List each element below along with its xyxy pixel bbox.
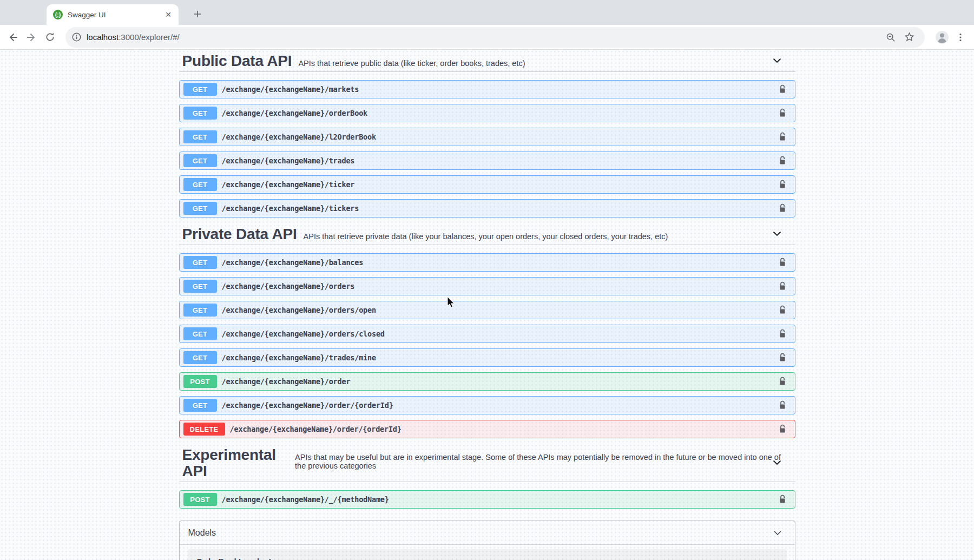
forward-icon — [26, 32, 37, 43]
chevron-down-icon[interactable] — [772, 55, 782, 66]
endpoint-row[interactable]: GET /exchange/{exchangeName}/orders/clos… — [179, 325, 795, 343]
endpoint-row[interactable]: GET /exchange/{exchangeName}/orderBook — [179, 104, 795, 122]
endpoint-path: /exchange/{exchangeName}/order/{orderId} — [230, 425, 402, 433]
auth-lock-button[interactable] — [777, 328, 788, 340]
auth-lock-button[interactable] — [777, 202, 788, 214]
forward-button[interactable] — [22, 28, 41, 47]
models-header[interactable]: Models — [180, 521, 795, 545]
auth-lock-button[interactable] — [777, 280, 788, 292]
auth-lock-button[interactable] — [777, 304, 788, 316]
model-expand-button[interactable] — [268, 558, 274, 560]
bookmark-button[interactable] — [900, 28, 918, 47]
auth-lock-button[interactable] — [777, 83, 788, 95]
method-badge: GET — [183, 327, 217, 340]
new-tab-button[interactable] — [190, 7, 205, 21]
method-badge: GET — [183, 351, 217, 364]
endpoint-path: /exchange/{exchangeName}/l2OrderBook — [222, 133, 376, 141]
endpoint-row[interactable]: DELETE /exchange/{exchangeName}/order/{o… — [179, 420, 795, 438]
auth-lock-button[interactable] — [777, 352, 788, 364]
endpoint-row[interactable]: POST /exchange/{exchangeName}/_/{methodN… — [179, 490, 795, 509]
endpoint-row[interactable]: GET /exchange/{exchangeName}/markets — [179, 80, 795, 98]
method-badge: GET — [183, 304, 217, 317]
unlocked-padlock-icon — [779, 305, 786, 315]
endpoint-row[interactable]: POST /exchange/{exchangeName}/order — [179, 372, 795, 391]
back-button[interactable] — [4, 28, 22, 47]
unlocked-padlock-icon — [779, 108, 786, 118]
model-item-inner: OrderBookLevel — [196, 556, 274, 560]
endpoint-row[interactable]: GET /exchange/{exchangeName}/orders/open — [179, 301, 795, 319]
chevron-down-icon[interactable] — [772, 228, 782, 239]
unlocked-padlock-icon — [779, 84, 786, 94]
endpoint-path: /exchange/{exchangeName}/ticker — [222, 180, 355, 189]
auth-lock-button[interactable] — [777, 179, 788, 190]
api-sections: Public Data API APIs that retrieve publi… — [179, 50, 795, 509]
endpoint-row[interactable]: GET /exchange/{exchangeName}/tickers — [179, 199, 795, 218]
endpoint-row[interactable]: GET /exchange/{exchangeName}/trades — [179, 151, 795, 170]
auth-lock-button[interactable] — [777, 423, 788, 435]
avatar-icon — [935, 30, 949, 44]
url-text: localhost:3000/explorer/#/ — [87, 32, 180, 42]
page-info-icon[interactable] — [72, 32, 81, 42]
auth-lock-button[interactable] — [777, 107, 788, 119]
method-badge: GET — [183, 280, 217, 293]
swagger-wrapper: Public Data API APIs that retrieve publi… — [179, 50, 795, 560]
plus-icon — [194, 10, 201, 18]
unlocked-padlock-icon — [779, 156, 786, 166]
unlocked-padlock-icon — [779, 400, 786, 410]
browser-toolbar: localhost:3000/explorer/#/ — [0, 25, 974, 50]
endpoint-row[interactable]: GET /exchange/{exchangeName}/balances — [179, 253, 795, 272]
tab-title: Swagger UI — [68, 11, 163, 19]
endpoint-path: /exchange/{exchangeName}/trades/mine — [222, 353, 376, 362]
auth-lock-button[interactable] — [777, 399, 788, 411]
address-bar[interactable]: localhost:3000/explorer/#/ — [65, 27, 925, 48]
endpoint-path: /exchange/{exchangeName}/tickers — [222, 204, 359, 213]
zoom-button[interactable] — [881, 28, 900, 47]
method-badge: GET — [183, 107, 217, 120]
method-badge: GET — [183, 399, 217, 412]
auth-lock-button[interactable] — [777, 131, 788, 143]
section-header[interactable]: Public Data API APIs that retrieve publi… — [179, 50, 795, 72]
model-item[interactable]: OrderBookLevel — [188, 549, 787, 560]
section-header[interactable]: Private Data API APIs that retrieve priv… — [179, 223, 795, 245]
endpoint-path: /exchange/{exchangeName}/orderBook — [222, 109, 368, 117]
endpoint-row[interactable]: GET /exchange/{exchangeName}/l2OrderBook — [179, 128, 795, 146]
endpoint-row[interactable]: GET /exchange/{exchangeName}/orders — [179, 277, 795, 295]
endpoint-row[interactable]: GET /exchange/{exchangeName}/ticker — [179, 175, 795, 194]
section-title: Experimental API — [182, 447, 289, 479]
method-badge: GET — [183, 154, 217, 167]
method-badge: GET — [183, 256, 217, 269]
endpoint-row[interactable]: GET /exchange/{exchangeName}/order/{orde… — [179, 396, 795, 414]
method-badge: POST — [183, 493, 217, 506]
endpoint-list: GET /exchange/{exchangeName}/balances GE… — [179, 245, 795, 438]
endpoint-path: /exchange/{exchangeName}/order/{orderId} — [222, 401, 393, 410]
endpoint-list: GET /exchange/{exchangeName}/markets GET… — [179, 72, 795, 218]
endpoint-path: /exchange/{exchangeName}/orders — [222, 282, 355, 291]
zoom-magnifier-icon — [886, 32, 896, 42]
unlocked-padlock-icon — [779, 203, 786, 213]
endpoint-row[interactable]: GET /exchange/{exchangeName}/trades/mine — [179, 348, 795, 367]
browser-menu-button[interactable] — [951, 28, 970, 47]
endpoint-path: /exchange/{exchangeName}/balances — [222, 258, 364, 267]
section-header[interactable]: Experimental API APIs that may be useful… — [179, 444, 795, 482]
unlocked-padlock-icon — [779, 353, 786, 363]
method-badge: GET — [183, 178, 217, 191]
reload-button[interactable] — [41, 28, 59, 47]
endpoint-path: /exchange/{exchangeName}/markets — [222, 85, 359, 94]
browser-tab[interactable]: {;} Swagger UI ✕ — [47, 4, 179, 25]
unlocked-padlock-icon — [779, 258, 786, 267]
auth-lock-button[interactable] — [777, 493, 788, 505]
auth-lock-button[interactable] — [777, 375, 788, 387]
profile-button[interactable] — [933, 28, 951, 47]
tab-close-icon[interactable]: ✕ — [163, 10, 173, 19]
auth-lock-button[interactable] — [777, 155, 788, 167]
endpoint-path: /exchange/{exchangeName}/_/{methodName} — [222, 495, 389, 504]
section-title: Private Data API — [182, 226, 297, 242]
unlocked-padlock-icon — [779, 180, 786, 189]
api-tag-section: Private Data API APIs that retrieve priv… — [179, 223, 795, 438]
section-description: APIs that retrieve public data (like tic… — [298, 59, 525, 68]
swagger-favicon-icon: {;} — [53, 10, 63, 19]
model-name: OrderBookLevel — [196, 557, 260, 560]
chevron-down-icon[interactable] — [772, 457, 782, 468]
chevron-down-icon[interactable] — [772, 528, 783, 538]
auth-lock-button[interactable] — [777, 256, 788, 268]
